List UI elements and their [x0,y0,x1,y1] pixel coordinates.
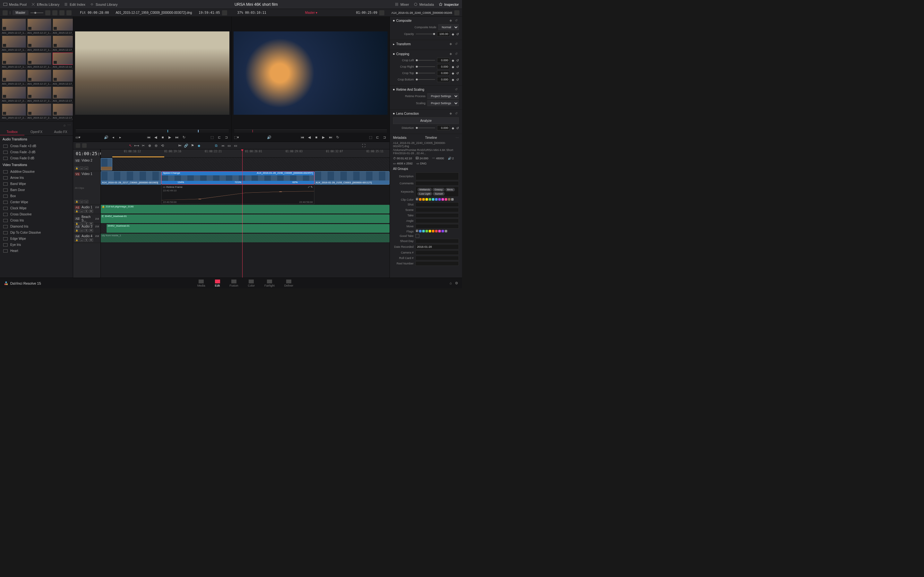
description-field[interactable] [415,172,459,180]
media-clip[interactable]: A01_2015-12-12_1... [53,53,73,68]
a3-lane[interactable]: 39452_bluebeat-01 [101,224,389,234]
media-clip[interactable]: A01_2015-12-17_1... [2,19,26,34]
disable-icon[interactable]: ▭ [84,167,88,170]
search-icon[interactable] [59,10,65,15]
timeline-ruler[interactable]: 01:00:16:1201:00:19:1601:00:22:2101:00:2… [101,149,389,158]
keywords-field[interactable]: WetlandsGrassyBirdsLow LightSunset [415,187,459,197]
link-icon[interactable]: 🔗 [184,143,188,148]
media-clip[interactable]: A01_2015-12-17_1... [53,69,73,85]
toolbox-tab[interactable]: Toolbox [0,129,24,135]
opacity-value[interactable]: 100.00 [437,31,450,37]
reel-field[interactable] [415,261,459,266]
media-clip[interactable]: A01_2015-12-17_2... [2,103,26,119]
media-clip[interactable]: A01_2015-12-17_1... [53,35,73,51]
effect-item[interactable]: Arrow Iris [0,175,73,181]
lens-header[interactable]: Lens Correction [396,112,419,115]
composite-mode-select[interactable]: Normal [438,24,459,30]
retime-process-select[interactable]: Project Settings [427,93,459,99]
stop-icon[interactable]: ■ [160,135,165,139]
clip-color-picker[interactable]: × [415,198,454,201]
crop-top-slider[interactable] [416,73,435,73]
thumb-size-slider[interactable] [31,13,43,13]
effect-item[interactable]: Cross Fade +3 dB [0,143,73,149]
a1-track-head[interactable]: A1Audio 12.0🔒▭SM [73,205,100,214]
overwrite-icon[interactable]: ⊖ [153,143,158,148]
media-clip[interactable]: A01_2015-12-17_1... [27,69,51,85]
program-scrubber[interactable] [234,129,387,133]
trim-tool-icon[interactable]: ⟷ [134,143,139,148]
effect-item[interactable]: Cross Fade 0 dB [0,155,73,161]
auto-select-icon[interactable]: ▭ [79,167,83,170]
media-clip[interactable]: A01_2015-12-17_1... [2,35,26,51]
last-frame-icon[interactable]: ⏭ [328,135,333,139]
timeline-dropdown[interactable]: Master [305,11,315,15]
source-image[interactable] [75,31,229,115]
transform-header[interactable]: Transform [396,42,411,46]
blade-tool-icon[interactable]: ✂ [141,143,145,148]
v2-lane[interactable] [101,158,389,171]
a1-lane[interactable]: 🔒 218 full pilgrimage_0190 [101,205,389,214]
loop-icon[interactable]: ↻ [182,135,186,139]
playhead[interactable] [242,149,242,277]
v1-lane[interactable]: A14_2016-01-28_2217_C8000_[000000-001983… [101,171,389,205]
media-clip[interactable]: A01_2015-12-17_2... [2,87,26,102]
mute-icon[interactable]: 🔊 [267,135,271,139]
source-options-icon[interactable] [222,10,227,15]
first-frame-icon[interactable]: ⏮ [300,135,304,139]
prg-mode-icon[interactable]: ⬚▾ [234,135,239,139]
timeline-timecode[interactable]: 01:00:25:09 [73,149,100,158]
media-clip[interactable]: A01_2015-12-17_2... [53,87,73,102]
effect-item[interactable]: Edge Wipe [0,235,73,242]
cropping-header[interactable]: Cropping [396,52,409,56]
effect-item[interactable]: Clock Wipe [0,205,73,211]
page-color[interactable]: Color [248,279,255,287]
crop-bottom-slider[interactable] [416,79,435,80]
match-frame-icon[interactable]: ⬚ [368,135,373,139]
metadata-mode[interactable]: Timeline [425,136,437,139]
source-scrubber[interactable] [76,129,229,133]
media-clip[interactable]: A01_2015-12-17_1... [27,19,51,34]
effect-item[interactable]: Band Wipe [0,181,73,187]
edit-index-tab[interactable]: Edit Index [64,2,86,6]
sound-library-tab[interactable]: Sound Library [90,2,118,6]
metadata-tab[interactable]: Metadata [414,2,434,6]
distortion-slider[interactable] [416,127,435,128]
page-fairlight[interactable]: Fairlight [264,279,275,287]
lock-icon[interactable]: 🔒 [75,200,79,203]
fit-dropdown[interactable]: Fit [80,11,86,15]
program-options-icon[interactable] [379,10,384,15]
prev-edit-icon[interactable]: ◂ [111,135,115,139]
take-field[interactable] [415,213,459,218]
flag-icon[interactable]: ⚑ [190,143,195,148]
composite-header[interactable]: Composite [396,19,412,23]
play-icon[interactable]: ▶ [168,135,172,139]
effect-item[interactable]: Center Wipe [0,199,73,205]
effect-item[interactable]: Dip To Color Dissolve [0,229,73,235]
link-sel-icon[interactable]: ⫘ [220,143,225,148]
effect-item[interactable]: Barn Door [0,187,73,193]
shot-field[interactable] [415,202,459,207]
match-frame-icon[interactable]: ⬚ [210,135,214,139]
a2-track-head[interactable]: A2Beach S...2.0🔒▭SM [73,214,100,224]
page-deliver[interactable]: Deliver [284,279,293,287]
settings-gear-icon[interactable]: ⚙ [455,281,458,285]
comments-field[interactable] [415,181,459,185]
camera-field[interactable] [415,250,459,255]
play-icon[interactable]: ▶ [321,135,326,139]
scene-field[interactable] [415,208,459,212]
date-recorded-field[interactable]: 2016-01-28 [415,244,459,250]
tl-view-icon[interactable] [76,143,80,148]
stop-icon[interactable]: ■ [314,135,318,139]
program-image[interactable] [234,31,388,115]
effect-item[interactable]: Eye Iris [0,242,73,248]
move-field[interactable] [415,224,459,229]
page-fusion[interactable]: Fusion [230,279,238,287]
media-clip[interactable]: A01_2015-12-17_1... [2,69,26,85]
bin-breadcrumb[interactable]: Master [13,10,29,15]
mute-icon[interactable]: 🔊 [104,135,108,139]
page-media[interactable]: Media [197,279,205,287]
view-grid-icon[interactable] [45,10,50,15]
effect-item[interactable]: Heart [0,248,73,254]
src-mode-icon[interactable]: ▭▾ [76,135,80,139]
media-pool-tab[interactable]: Media Pool [3,2,27,6]
